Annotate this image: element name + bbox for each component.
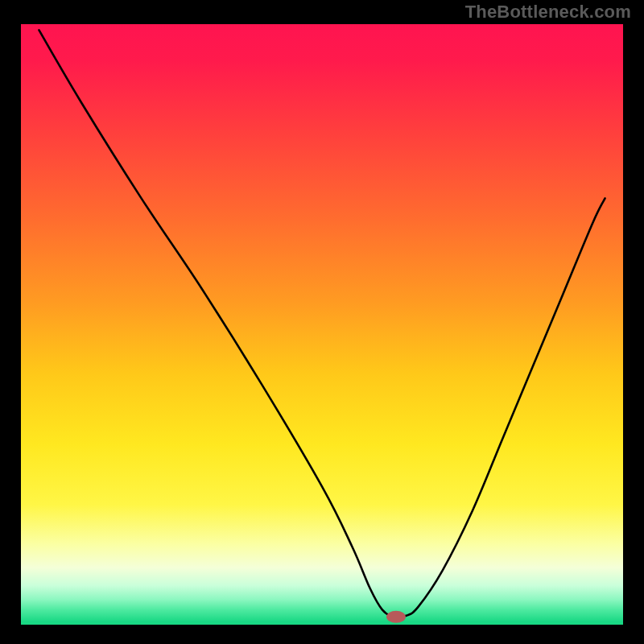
plot-background	[21, 24, 623, 625]
watermark-text: TheBottleneck.com	[465, 2, 631, 23]
bottleneck-chart-svg	[0, 0, 644, 644]
chart-container: TheBottleneck.com	[0, 0, 644, 644]
optimal-point-marker	[386, 611, 406, 623]
